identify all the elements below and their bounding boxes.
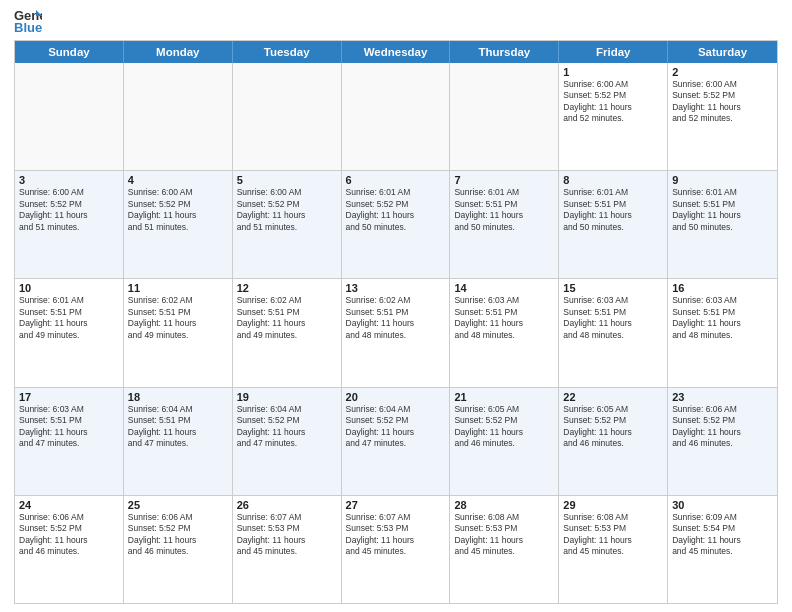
day-info: Sunrise: 6:07 AM Sunset: 5:53 PM Dayligh…: [346, 512, 446, 558]
calendar-cell: 20Sunrise: 6:04 AM Sunset: 5:52 PM Dayli…: [342, 388, 451, 495]
calendar-cell: [15, 63, 124, 170]
calendar-cell: 15Sunrise: 6:03 AM Sunset: 5:51 PM Dayli…: [559, 279, 668, 386]
calendar-cell: 14Sunrise: 6:03 AM Sunset: 5:51 PM Dayli…: [450, 279, 559, 386]
day-number: 9: [672, 174, 773, 186]
day-info: Sunrise: 6:06 AM Sunset: 5:52 PM Dayligh…: [19, 512, 119, 558]
calendar-row-1: 1Sunrise: 6:00 AM Sunset: 5:52 PM Daylig…: [15, 63, 777, 170]
calendar-cell: 12Sunrise: 6:02 AM Sunset: 5:51 PM Dayli…: [233, 279, 342, 386]
day-info: Sunrise: 6:06 AM Sunset: 5:52 PM Dayligh…: [128, 512, 228, 558]
day-info: Sunrise: 6:08 AM Sunset: 5:53 PM Dayligh…: [563, 512, 663, 558]
calendar-cell: 10Sunrise: 6:01 AM Sunset: 5:51 PM Dayli…: [15, 279, 124, 386]
svg-text:Blue: Blue: [14, 20, 42, 34]
logo-icon: General Blue: [14, 6, 42, 34]
calendar-cell: 21Sunrise: 6:05 AM Sunset: 5:52 PM Dayli…: [450, 388, 559, 495]
calendar-cell: 30Sunrise: 6:09 AM Sunset: 5:54 PM Dayli…: [668, 496, 777, 603]
calendar-cell: [233, 63, 342, 170]
day-number: 6: [346, 174, 446, 186]
calendar-cell: [342, 63, 451, 170]
day-info: Sunrise: 6:01 AM Sunset: 5:51 PM Dayligh…: [19, 295, 119, 341]
day-number: 5: [237, 174, 337, 186]
calendar-cell: 4Sunrise: 6:00 AM Sunset: 5:52 PM Daylig…: [124, 171, 233, 278]
calendar-cell: 5Sunrise: 6:00 AM Sunset: 5:52 PM Daylig…: [233, 171, 342, 278]
calendar-cell: 1Sunrise: 6:00 AM Sunset: 5:52 PM Daylig…: [559, 63, 668, 170]
day-info: Sunrise: 6:03 AM Sunset: 5:51 PM Dayligh…: [672, 295, 773, 341]
calendar-cell: [450, 63, 559, 170]
day-info: Sunrise: 6:03 AM Sunset: 5:51 PM Dayligh…: [454, 295, 554, 341]
day-number: 27: [346, 499, 446, 511]
calendar-cell: 8Sunrise: 6:01 AM Sunset: 5:51 PM Daylig…: [559, 171, 668, 278]
day-number: 17: [19, 391, 119, 403]
day-info: Sunrise: 6:04 AM Sunset: 5:52 PM Dayligh…: [346, 404, 446, 450]
day-info: Sunrise: 6:02 AM Sunset: 5:51 PM Dayligh…: [346, 295, 446, 341]
day-number: 11: [128, 282, 228, 294]
header: General Blue: [14, 10, 778, 34]
weekday-header-saturday: Saturday: [668, 41, 777, 63]
day-info: Sunrise: 6:02 AM Sunset: 5:51 PM Dayligh…: [128, 295, 228, 341]
day-info: Sunrise: 6:04 AM Sunset: 5:51 PM Dayligh…: [128, 404, 228, 450]
day-info: Sunrise: 6:08 AM Sunset: 5:53 PM Dayligh…: [454, 512, 554, 558]
day-number: 2: [672, 66, 773, 78]
day-number: 25: [128, 499, 228, 511]
calendar-body: 1Sunrise: 6:00 AM Sunset: 5:52 PM Daylig…: [15, 63, 777, 603]
weekday-header-tuesday: Tuesday: [233, 41, 342, 63]
day-number: 14: [454, 282, 554, 294]
calendar-cell: 13Sunrise: 6:02 AM Sunset: 5:51 PM Dayli…: [342, 279, 451, 386]
calendar-cell: 26Sunrise: 6:07 AM Sunset: 5:53 PM Dayli…: [233, 496, 342, 603]
day-number: 16: [672, 282, 773, 294]
day-number: 21: [454, 391, 554, 403]
calendar-cell: 29Sunrise: 6:08 AM Sunset: 5:53 PM Dayli…: [559, 496, 668, 603]
day-number: 1: [563, 66, 663, 78]
day-info: Sunrise: 6:07 AM Sunset: 5:53 PM Dayligh…: [237, 512, 337, 558]
weekday-header-thursday: Thursday: [450, 41, 559, 63]
calendar-header: SundayMondayTuesdayWednesdayThursdayFrid…: [15, 41, 777, 63]
weekday-header-friday: Friday: [559, 41, 668, 63]
calendar-cell: 16Sunrise: 6:03 AM Sunset: 5:51 PM Dayli…: [668, 279, 777, 386]
calendar: SundayMondayTuesdayWednesdayThursdayFrid…: [14, 40, 778, 604]
calendar-cell: 9Sunrise: 6:01 AM Sunset: 5:51 PM Daylig…: [668, 171, 777, 278]
weekday-header-wednesday: Wednesday: [342, 41, 451, 63]
day-info: Sunrise: 6:00 AM Sunset: 5:52 PM Dayligh…: [19, 187, 119, 233]
day-info: Sunrise: 6:01 AM Sunset: 5:51 PM Dayligh…: [672, 187, 773, 233]
day-number: 3: [19, 174, 119, 186]
day-info: Sunrise: 6:01 AM Sunset: 5:51 PM Dayligh…: [454, 187, 554, 233]
day-number: 22: [563, 391, 663, 403]
day-number: 18: [128, 391, 228, 403]
day-info: Sunrise: 6:01 AM Sunset: 5:52 PM Dayligh…: [346, 187, 446, 233]
day-number: 13: [346, 282, 446, 294]
day-number: 28: [454, 499, 554, 511]
day-info: Sunrise: 6:00 AM Sunset: 5:52 PM Dayligh…: [237, 187, 337, 233]
calendar-cell: 11Sunrise: 6:02 AM Sunset: 5:51 PM Dayli…: [124, 279, 233, 386]
calendar-cell: 2Sunrise: 6:00 AM Sunset: 5:52 PM Daylig…: [668, 63, 777, 170]
day-number: 20: [346, 391, 446, 403]
calendar-cell: 3Sunrise: 6:00 AM Sunset: 5:52 PM Daylig…: [15, 171, 124, 278]
day-number: 29: [563, 499, 663, 511]
calendar-cell: 17Sunrise: 6:03 AM Sunset: 5:51 PM Dayli…: [15, 388, 124, 495]
day-number: 4: [128, 174, 228, 186]
day-info: Sunrise: 6:05 AM Sunset: 5:52 PM Dayligh…: [454, 404, 554, 450]
day-info: Sunrise: 6:03 AM Sunset: 5:51 PM Dayligh…: [563, 295, 663, 341]
calendar-row-4: 17Sunrise: 6:03 AM Sunset: 5:51 PM Dayli…: [15, 387, 777, 495]
day-number: 12: [237, 282, 337, 294]
calendar-cell: 25Sunrise: 6:06 AM Sunset: 5:52 PM Dayli…: [124, 496, 233, 603]
day-number: 30: [672, 499, 773, 511]
calendar-cell: 27Sunrise: 6:07 AM Sunset: 5:53 PM Dayli…: [342, 496, 451, 603]
calendar-row-2: 3Sunrise: 6:00 AM Sunset: 5:52 PM Daylig…: [15, 170, 777, 278]
calendar-cell: 18Sunrise: 6:04 AM Sunset: 5:51 PM Dayli…: [124, 388, 233, 495]
day-info: Sunrise: 6:09 AM Sunset: 5:54 PM Dayligh…: [672, 512, 773, 558]
day-number: 10: [19, 282, 119, 294]
day-number: 24: [19, 499, 119, 511]
day-info: Sunrise: 6:03 AM Sunset: 5:51 PM Dayligh…: [19, 404, 119, 450]
calendar-cell: 22Sunrise: 6:05 AM Sunset: 5:52 PM Dayli…: [559, 388, 668, 495]
day-info: Sunrise: 6:01 AM Sunset: 5:51 PM Dayligh…: [563, 187, 663, 233]
day-number: 15: [563, 282, 663, 294]
day-info: Sunrise: 6:05 AM Sunset: 5:52 PM Dayligh…: [563, 404, 663, 450]
calendar-cell: [124, 63, 233, 170]
calendar-cell: 19Sunrise: 6:04 AM Sunset: 5:52 PM Dayli…: [233, 388, 342, 495]
day-number: 8: [563, 174, 663, 186]
calendar-cell: 24Sunrise: 6:06 AM Sunset: 5:52 PM Dayli…: [15, 496, 124, 603]
day-number: 7: [454, 174, 554, 186]
calendar-cell: 23Sunrise: 6:06 AM Sunset: 5:52 PM Dayli…: [668, 388, 777, 495]
day-info: Sunrise: 6:06 AM Sunset: 5:52 PM Dayligh…: [672, 404, 773, 450]
day-number: 26: [237, 499, 337, 511]
weekday-header-monday: Monday: [124, 41, 233, 63]
